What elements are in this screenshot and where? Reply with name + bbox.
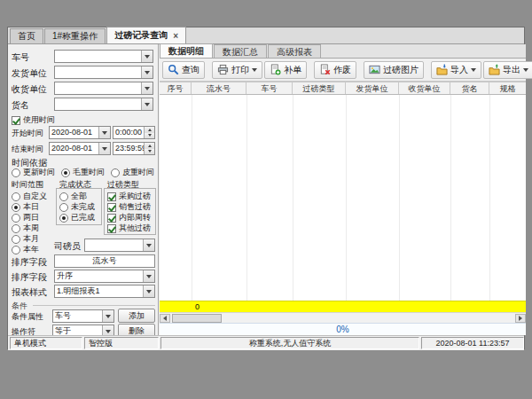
start-date-picker[interactable]: 2020-08-01 [49,126,111,139]
time-basis-option-gross[interactable]: 毛重时间 [61,167,105,178]
sort-field-value[interactable]: 流水号 [54,254,155,268]
start-date-value: 2020-08-01 [50,127,98,138]
weigher-combo[interactable] [84,239,155,252]
vehicle-no-label: 车号 [12,51,29,64]
grid-body[interactable] [160,95,526,301]
chevron-down-icon[interactable] [143,286,154,297]
scroll-right-icon[interactable] [515,314,526,323]
radio-icon [12,192,20,201]
scroll-left-icon[interactable] [160,314,170,323]
status-edition: 智控版 [84,337,159,349]
start-time-value: 0:00:00 [113,127,144,138]
status-bar: 单机模式 智控版 称重系统,无人值守系统 2020-08-01 11:23:57 [8,335,524,350]
tab-home[interactable]: 首页 [10,28,43,43]
time-basis-option-tare[interactable]: 皮重时间 [111,167,154,178]
grid-line [399,95,400,301]
divider [33,305,155,306]
tab-data-summary[interactable]: 数据汇总 [214,44,267,58]
start-time-spinner[interactable]: 0:00:00 [113,126,155,139]
end-time-spinner[interactable]: 23:59:59 [113,142,155,155]
sort-order-combo[interactable]: 升序 [54,270,155,283]
chevron-down-icon[interactable] [141,82,153,94]
end-date-value: 2020-08-01 [50,143,98,154]
vehicle-no-value [55,51,141,62]
tab-data-detail[interactable]: 数据明细 [160,43,213,58]
spin-down-icon[interactable] [145,133,154,139]
tab-label: 高级报表 [277,47,312,57]
column-header-weigh-type[interactable]: 过磅类型 [293,82,346,95]
button-label: 补单 [284,64,301,76]
vehicle-no-combo[interactable] [54,50,153,63]
goods-name-value [55,98,141,110]
desktop-background: 首页 1#称重操作 过磅记录查询 × 车号 发货单位 收货单位 货名 [0,0,532,399]
tab-weighing-operation-label: 1#称重操作 [52,30,98,43]
sender-unit-combo[interactable] [54,66,153,79]
chevron-down-icon[interactable] [141,66,153,78]
column-header-flow-no[interactable]: 流水号 [192,82,246,95]
receiver-unit-value [55,82,141,94]
finish-status-option-finished[interactable]: 已完成 [59,212,95,223]
tab-weigh-record-query[interactable]: 过磅记录查询 × [106,27,186,43]
chevron-down-icon[interactable] [98,143,110,154]
end-date-picker[interactable]: 2020-08-01 [49,142,111,155]
scrollbar-thumb[interactable] [172,314,222,323]
column-header-serial[interactable]: 序号 [160,82,192,95]
column-header-receiver[interactable]: 收货单位 [399,82,450,95]
print-button[interactable]: 打印 [212,61,262,79]
radio-icon [12,224,20,233]
radio-icon [12,168,20,177]
weigh-type-other[interactable]: 其他过磅 [107,223,151,234]
grid-line [192,95,192,301]
add-condition-button[interactable]: 添加 [118,309,155,323]
sender-unit-label: 发货单位 [12,67,47,80]
column-header-goods[interactable]: 货名 [450,82,489,95]
chevron-down-icon[interactable] [143,270,154,282]
report-style-combo[interactable]: 1.明细报表1 [54,285,155,298]
column-header-sender[interactable]: 发货单位 [346,82,399,95]
filter-panel: 车号 发货单位 收货单位 货名 使用时间 开始时间 2020-08-01 [8,44,159,335]
time-range-option-year[interactable]: 本年 [12,244,39,255]
radio-icon [12,246,20,254]
chevron-down-icon[interactable] [141,98,153,110]
column-header-spec[interactable]: 规格 [489,82,526,95]
grid-toolbar: 查询 打印 补单 作废 过磅图片 [160,59,526,82]
export-button[interactable]: 导出 [483,61,532,79]
button-label: 过磅图片 [383,64,419,76]
horizontal-scrollbar[interactable] [160,312,526,323]
data-tab-bar: 数据明细 数据汇总 高级报表 [160,44,526,59]
chevron-down-icon[interactable] [102,310,113,322]
status-datetime: 2020-08-01 11:23:57 [421,337,524,349]
sender-unit-value [55,66,141,78]
weigher-label: 司磅员 [54,240,81,253]
export-icon [489,64,500,75]
grid-line [346,95,347,301]
grid-line [246,95,247,301]
query-button[interactable]: 查询 [162,61,205,79]
use-time-checkbox[interactable]: 使用时间 [12,114,55,126]
chevron-down-icon[interactable] [98,127,110,138]
column-header-vehicle[interactable]: 车号 [246,82,293,95]
receiver-unit-label: 收货单位 [12,83,47,96]
summary-row: 0 [160,301,526,312]
time-basis-option-update[interactable]: 更新时间 [12,167,55,178]
goods-name-combo[interactable] [54,98,153,111]
option-label: 已完成 [71,212,95,223]
tab-weighing-operation[interactable]: 1#称重操作 [44,28,106,43]
supplement-order-button[interactable]: 补单 [264,61,307,79]
condition-attr-label: 条件属性 [12,311,43,323]
tab-advanced-report[interactable]: 高级报表 [268,44,321,58]
import-button[interactable]: 导入 [431,61,481,79]
option-label: 本年 [23,244,39,255]
condition-attr-combo[interactable]: 车号 [52,309,114,323]
sort-field-text: 流水号 [93,256,117,265]
weigh-photo-button[interactable]: 过磅图片 [364,61,424,79]
tab-home-label: 首页 [18,30,35,43]
void-button[interactable]: 作废 [314,61,356,79]
chevron-down-icon[interactable] [143,239,154,251]
button-label: 导出 [503,64,520,76]
chevron-down-icon[interactable] [141,51,153,62]
start-time-label: 开始时间 [12,128,43,139]
close-tab-icon[interactable]: × [171,31,178,41]
receiver-unit-combo[interactable] [54,82,153,95]
spin-down-icon[interactable] [145,149,154,155]
